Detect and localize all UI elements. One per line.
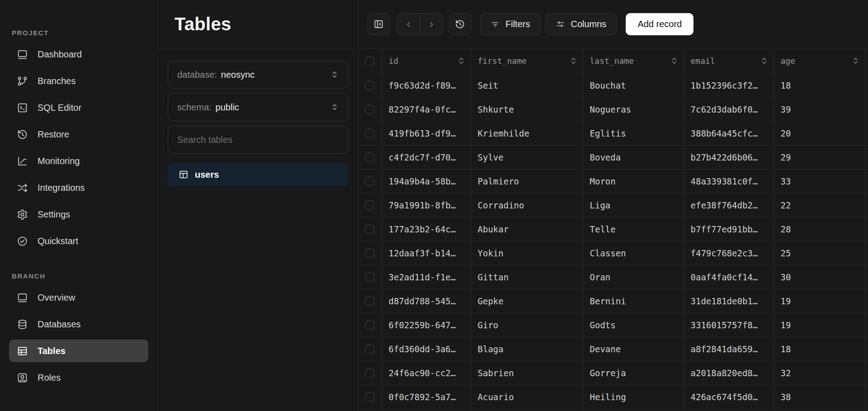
row-checkbox[interactable] [365,392,374,402]
filters-button-label: Filters [505,19,530,29]
sidebar-item-integrations[interactable]: Integrations [9,176,148,199]
sidebar-item-quickstart[interactable]: Quickstart [9,230,148,252]
table-row[interactable]: 79a1991b-8fb…CorradinoLigaefe38f764db2…2… [359,193,868,217]
table-row[interactable]: 0f0c7892-5a7…AcuarioHeiling426ac674f5d0…… [359,385,868,409]
cell-last-name: Liga [583,193,684,217]
cell-id: 194a9b4a-58b… [382,169,471,193]
tables-panel-body: database: neosync schema: public users [158,49,358,186]
table-row[interactable]: c4f2dc7f-d70…SylveBovedab27b422d6b06…29 [359,145,868,169]
table-icon [179,170,189,180]
row-checkbox[interactable] [365,345,374,354]
table-row[interactable]: 3e2ad11d-f1e…GittanOran0aaf4fa0cf14…30 [359,265,868,289]
row-checkbox[interactable] [365,368,374,378]
filters-button[interactable]: Filters [480,13,540,35]
row-checkbox[interactable] [365,105,374,114]
sort-icon[interactable] [458,57,465,65]
table-row[interactable]: 6f02259b-647…GiroGodts3316015757f8…19 [359,313,868,337]
cell-age: 18 [774,337,865,361]
columns-button-label: Columns [571,19,606,29]
cell-age: 18 [774,73,865,97]
panel-collapse-icon [373,19,384,29]
sidebar-item-tables[interactable]: Tables [9,340,148,362]
previous-page-button[interactable] [397,14,420,35]
table-row[interactable]: d87dd788-545…GepkeBernini31de181de0b1…19 [359,289,868,313]
column-header-last-name[interactable]: last_name [583,49,684,73]
cell-last-name: Boveda [583,145,684,169]
sidebar-item-restore[interactable]: Restore [9,123,148,146]
row-checkbox[interactable] [365,129,374,138]
toolbar: Filters Columns Add record [359,0,868,49]
sidebar-item-settings[interactable]: Settings [9,203,148,226]
sort-icon[interactable] [670,57,678,65]
row-checkbox[interactable] [365,297,374,306]
schema-select[interactable]: schema: public [168,93,348,121]
cell-age: 25 [774,241,865,265]
data-grid: id first_name last_name email age f9c63d… [359,49,868,411]
table-row-partial [359,409,868,411]
search-tables-input[interactable] [177,135,339,145]
table-row[interactable]: 82297f4a-0fc…ShkurteNogueras7c62d3dab6f0… [359,97,868,121]
row-checkbox[interactable] [365,201,374,210]
table-row[interactable]: 12daaf3f-b14…YokinClassenf479c768e2c3…25 [359,241,868,265]
cell-age: 20 [774,121,865,145]
sidebar-item-sql-editor[interactable]: SQL Editor [9,96,148,119]
sidebar-item-label: Branches [38,76,76,86]
columns-button[interactable]: Columns [545,13,617,35]
sidebar-item-overview[interactable]: Overview [9,286,148,309]
sidebar-item-monitoring[interactable]: Monitoring [9,150,148,172]
select-all-checkbox[interactable] [365,57,374,66]
history-icon [17,129,28,140]
cell-last-name: Telle [583,217,684,241]
tables-panel: Tables database: neosync schema: public … [158,0,359,411]
cell-first-name: Giro [471,313,583,337]
next-page-button[interactable] [420,14,443,35]
cell-age: 32 [774,361,865,385]
row-checkbox[interactable] [365,273,374,282]
row-checkbox[interactable] [365,153,374,162]
sidebar-item-databases[interactable]: Databases [9,313,148,335]
table-row[interactable]: 6fd360dd-3a6…BlagaDevanea8f2841da659…18 [359,337,868,361]
column-header-id[interactable]: id [382,49,471,73]
cell-first-name: Sabrien [471,361,583,385]
sidebar-item-label: Overview [38,293,75,303]
table-row[interactable]: 419fb613-df9…KriemhildeEglitis388b64a45c… [359,121,868,145]
cell-email: efe38f764db2… [684,193,774,217]
sidebar-item-label: Dashboard [38,49,82,60]
sidebar-item-dashboard[interactable]: Dashboard [9,43,148,66]
git-branch-icon [17,76,28,87]
table-row[interactable]: 24f6ac90-cc2…SabrienGorrejaa2018a820ed8…… [359,361,868,385]
filter-lines-icon [491,19,500,29]
sidebar-item-branches[interactable]: Branches [9,70,148,92]
table-row[interactable]: 177a23b2-64c…AbukarTelleb7ff77ed91bb…28 [359,217,868,241]
table-row[interactable]: f9c63d2d-f89…SeitBouchat1b152396c3f2…18 [359,73,868,97]
cell-age: 39 [774,97,865,121]
sort-icon[interactable] [570,57,577,65]
column-header-first-name[interactable]: first_name [471,49,583,73]
cell-last-name: Bernini [583,289,684,313]
table-row[interactable]: 194a9b4a-58b…PalmieroMoron48a339381c0f…3… [359,169,868,193]
cell-id: 6f02259b-647… [382,313,471,337]
cell-id: d87dd788-545… [382,289,471,313]
search-tables-box [168,126,348,154]
sidebar-item-roles[interactable]: Roles [9,366,148,389]
row-checkbox[interactable] [365,321,374,330]
column-header-age[interactable]: age [774,49,865,73]
collapse-panel-button[interactable] [368,13,390,35]
sort-icon[interactable] [760,57,768,65]
cell-id: 24f6ac90-cc2… [382,361,471,385]
page-title: Tables [175,14,231,34]
row-checkbox[interactable] [365,177,374,186]
database-select[interactable]: database: neosync [168,61,348,89]
sort-icon[interactable] [852,57,859,65]
row-checkbox[interactable] [365,81,374,90]
history-button[interactable] [449,13,471,35]
column-header-email[interactable]: email [684,49,774,73]
row-checkbox[interactable] [365,225,374,234]
table-view: Filters Columns Add record id first_ [359,0,868,411]
chart-line-icon [17,156,28,167]
sidebar-item-label: Roles [38,373,61,383]
cell-first-name: Acuario [471,385,583,409]
row-checkbox[interactable] [365,249,374,258]
add-record-button[interactable]: Add record [626,13,693,35]
table-list-item-users[interactable]: users [168,163,348,186]
